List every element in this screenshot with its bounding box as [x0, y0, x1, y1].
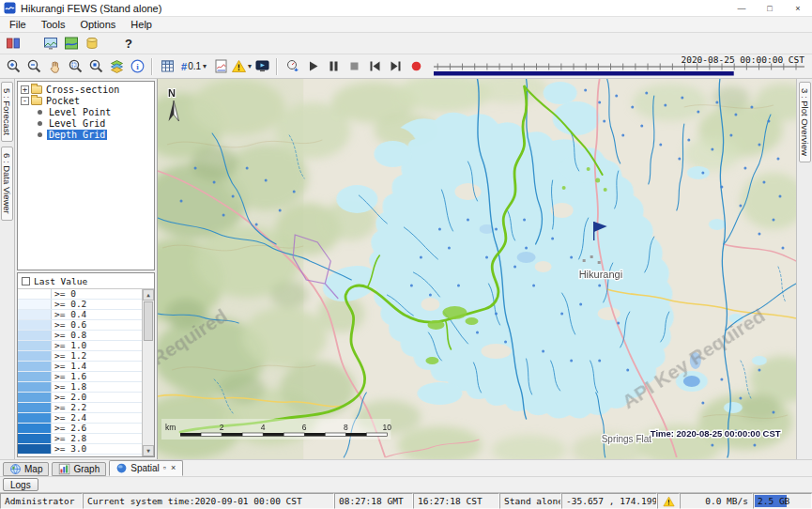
tree-node[interactable]: Depth Grid: [19, 129, 153, 140]
dock-tab-plot-overview[interactable]: 3 : Plot Overview: [799, 82, 811, 162]
monitor-map-icon: [43, 36, 58, 51]
legend-value-label: >= 1.2: [52, 351, 142, 361]
map-canvas[interactable]: API Key Required API Key Required Hikura…: [158, 79, 796, 459]
legend-color-swatch: [18, 393, 52, 402]
last-value-checkbox[interactable]: [22, 277, 30, 285]
profile-sets-button[interactable]: [3, 34, 23, 53]
display-icon: [254, 58, 270, 74]
map-viewport[interactable]: API Key Required API Key Required Hikura…: [158, 79, 796, 459]
scroll-up-icon[interactable]: ▲: [143, 289, 154, 301]
menu-bar: File Tools Options Help: [0, 17, 812, 33]
legend-value-label: >= 2.8: [52, 434, 142, 443]
app-logo-icon: [4, 2, 16, 14]
logs-bar: Logs: [0, 476, 812, 492]
view-tab-bar: Map Graph Spatial ▫ ×: [0, 459, 812, 476]
zoom-out-button[interactable]: [23, 57, 44, 76]
logs-button[interactable]: Logs: [3, 478, 38, 491]
status-mode: Stand alone: [499, 493, 561, 509]
legend-scrollbar[interactable]: ▲ ▼: [142, 289, 154, 456]
menu-item[interactable]: Help: [123, 18, 160, 32]
svg-text:10: 10: [383, 423, 392, 432]
legend-value-label: >= 2.2: [52, 403, 142, 412]
tab-graph[interactable]: Graph: [52, 462, 106, 476]
layers-button[interactable]: [106, 57, 127, 76]
status-coordinates: -35.657 , 174.199: [561, 493, 657, 509]
record-icon: [408, 58, 424, 74]
leaf-bullet-icon: [38, 110, 42, 115]
folder-icon: [31, 97, 42, 105]
info-button[interactable]: i: [127, 57, 147, 76]
tab-spatial[interactable]: Spatial ▫ ×: [109, 460, 183, 476]
play-button[interactable]: [302, 57, 323, 76]
layers-icon: [109, 58, 125, 74]
database-button[interactable]: [82, 34, 102, 53]
locality-label: Springs Flat: [602, 434, 652, 444]
tree-expander-icon[interactable]: -: [21, 97, 29, 105]
contour-threshold-dropdown[interactable]: # 0.1 ▾: [177, 57, 210, 76]
town-label: Hikurangi: [579, 269, 623, 280]
dock-tab-forecast[interactable]: 5 : Forecast: [1, 82, 13, 142]
tree-node[interactable]: - Pocket: [19, 95, 153, 106]
status-warning-cell[interactable]: [657, 493, 680, 509]
contour-value: 0.1: [188, 61, 201, 71]
pan-button[interactable]: [44, 57, 65, 76]
legend-list: >= 0 >= 0.2 >= 0.4: [18, 289, 142, 456]
tab-maximize-icon[interactable]: ▫: [162, 464, 167, 472]
legend-value-label: >= 3.0: [52, 444, 142, 454]
tab-spatial-label: Spatial: [130, 463, 160, 473]
step-back-button[interactable]: [364, 57, 385, 76]
tree-node[interactable]: Level Point: [19, 106, 153, 117]
menu-item[interactable]: Options: [72, 18, 123, 32]
terrain-icon: [64, 36, 79, 51]
grid-display-button[interactable]: [157, 57, 177, 76]
thresholds-dropdown[interactable]: ▾: [231, 58, 252, 74]
tab-close-icon[interactable]: ×: [170, 464, 176, 472]
step-forward-button[interactable]: [385, 57, 406, 76]
profile-button[interactable]: [210, 57, 231, 76]
menu-item[interactable]: File: [2, 18, 34, 32]
zoom-in-button[interactable]: [3, 57, 23, 76]
legend-color-swatch: [18, 310, 52, 319]
skip-to-start-icon: [367, 58, 383, 74]
close-button[interactable]: ×: [784, 0, 812, 16]
tab-map[interactable]: Map: [3, 462, 49, 476]
tree-expander-icon[interactable]: +: [21, 85, 29, 94]
stop-button[interactable]: [344, 57, 364, 76]
dock-tab-data-viewer[interactable]: 6 : Data Viewer: [1, 147, 13, 221]
spatial-display-button[interactable]: [61, 34, 82, 53]
record-button[interactable]: [406, 57, 426, 76]
tree-node-label: Level Grid: [47, 118, 107, 129]
animation-display-button[interactable]: [252, 57, 272, 76]
scrollbar-thumb[interactable]: [144, 301, 153, 341]
pan-hand-icon: [47, 58, 63, 74]
pause-button[interactable]: [323, 57, 344, 76]
time-ruler[interactable]: [434, 63, 804, 76]
help-button[interactable]: ?: [119, 34, 138, 53]
scroll-down-icon[interactable]: ▼: [143, 445, 154, 456]
zoom-box-button[interactable]: [65, 57, 85, 76]
export-animation-button[interactable]: [282, 57, 302, 76]
application-window: { "window": { "title": "Hikurangi FEWS (…: [0, 0, 812, 509]
tree-node[interactable]: + Cross-section: [19, 84, 153, 95]
map-display-button[interactable]: [40, 34, 61, 53]
legend-color-swatch: [18, 351, 52, 361]
legend-row[interactable]: >= 3.0: [18, 444, 142, 455]
contour-icon: #: [181, 61, 187, 72]
left-dock-strip: 5 : Forecast 6 : Data Viewer: [0, 79, 15, 459]
tree-node[interactable]: Level Grid: [19, 117, 153, 129]
legend-color-swatch: [18, 289, 52, 299]
minimize-button[interactable]: —: [728, 0, 756, 16]
legend-header-label: Last Value: [34, 276, 87, 286]
legend-color-swatch: [18, 403, 52, 412]
zoom-extent-button[interactable]: [85, 57, 106, 76]
legend-value-label: >= 2.0: [52, 393, 142, 402]
status-local-time: 16:27:18 CST: [413, 493, 499, 509]
time-slider[interactable]: 2020-08-25 00:00:00 CST: [434, 55, 804, 78]
zoom-extent-icon: [88, 58, 104, 74]
menu-item[interactable]: Tools: [34, 18, 73, 32]
legend-color-swatch: [18, 362, 52, 371]
pause-icon: [326, 58, 342, 74]
maximize-button[interactable]: □: [756, 0, 784, 16]
folder-icon: [31, 85, 42, 94]
tab-graph-label: Graph: [73, 464, 100, 474]
